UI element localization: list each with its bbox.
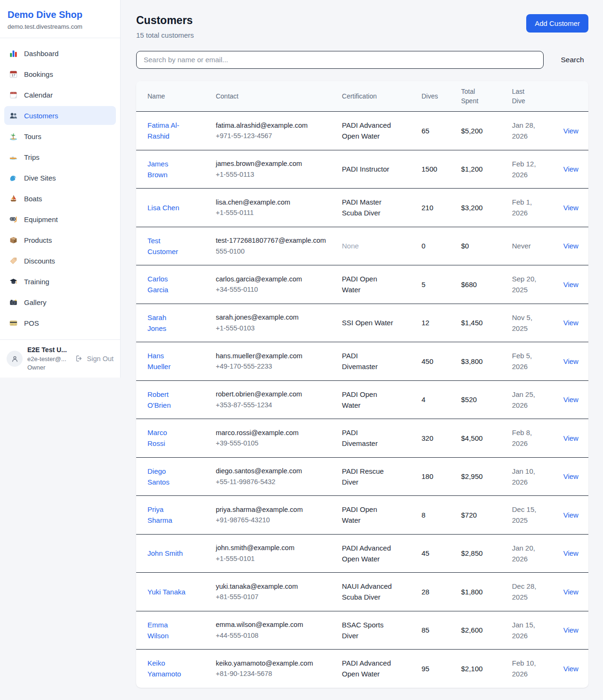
wave-icon <box>9 173 18 182</box>
view-link[interactable]: View <box>563 434 579 442</box>
certification-text: PADI Advanced Open Water <box>342 543 395 565</box>
certification-text: PADI Instructor <box>342 164 390 174</box>
view-link[interactable]: View <box>563 357 579 365</box>
last-dive-date: Nov 5, 2025 <box>512 312 547 334</box>
sidebar-item-tours[interactable]: Tours <box>4 127 116 146</box>
sidebar-item-equipment[interactable]: Equipment <box>4 210 116 229</box>
speedboat-icon <box>9 153 18 162</box>
view-link[interactable]: View <box>563 511 579 519</box>
customer-phone: +353-87-555-1234 <box>216 400 336 410</box>
view-link[interactable]: View <box>563 549 579 557</box>
certification-text: BSAC Sports Diver <box>342 619 395 642</box>
sidebar-item-calendar[interactable]: Calendar <box>4 85 116 104</box>
customer-name-link[interactable]: Hans Mueller <box>147 350 186 372</box>
customer-name-link[interactable]: Priya Sharma <box>147 504 186 526</box>
customer-phone: +81-555-0107 <box>216 592 336 602</box>
customer-email: james.brown@example.com <box>216 158 336 169</box>
last-dive-date: Feb 12, 2026 <box>512 158 547 181</box>
customer-name-link[interactable]: Lisa Chen <box>147 202 179 213</box>
grad-cap-icon <box>9 277 18 286</box>
table-row: Keiko Yamamoto keiko.yamamoto@example.co… <box>136 650 588 688</box>
dives-count: 65 <box>422 112 461 150</box>
table-row: Diego Santos diego.santos@example.com +5… <box>136 457 588 496</box>
last-dive-date: Jan 20, 2026 <box>512 543 547 565</box>
view-link[interactable]: View <box>563 280 579 288</box>
customer-name-link[interactable]: Robert O'Brien <box>147 389 186 411</box>
dives-count: 45 <box>422 534 461 573</box>
last-dive-date: Feb 10, 2026 <box>512 658 547 680</box>
customer-name-link[interactable]: Emma Wilson <box>147 619 186 642</box>
dives-count: 180 <box>422 457 461 496</box>
sidebar-item-dive-sites[interactable]: Dive Sites <box>4 168 116 187</box>
customer-phone: +34-555-0110 <box>216 284 336 295</box>
customer-name-link[interactable]: Yuki Tanaka <box>147 586 186 597</box>
view-link[interactable]: View <box>563 588 579 596</box>
dives-count: 28 <box>422 573 461 611</box>
dive-mask-icon <box>9 215 18 224</box>
sidebar-item-pos[interactable]: POS <box>4 313 116 332</box>
last-dive-date: Feb 8, 2026 <box>512 427 547 449</box>
certification-text: PADI Open Water <box>342 273 395 296</box>
dives-count: 12 <box>422 304 461 342</box>
user-email: e2e-tester@... <box>27 355 70 363</box>
customer-name-link[interactable]: Carlos Garcia <box>147 273 186 296</box>
customer-name-link[interactable]: Fatima Al-Rashid <box>147 120 186 142</box>
sidebar-item-customers[interactable]: Customers <box>4 106 116 125</box>
sidebar-item-boats[interactable]: Boats <box>4 189 116 208</box>
sidebar-item-gallery[interactable]: Gallery <box>4 293 116 312</box>
calendar-date-icon: 17 <box>9 70 18 79</box>
customer-name-link[interactable]: John Smith <box>147 548 183 559</box>
dives-count: 320 <box>422 419 461 458</box>
customers-table-card: Name Contact Certification Dives Total S… <box>136 81 588 688</box>
last-dive-date: Sep 20, 2025 <box>512 273 547 296</box>
view-link[interactable]: View <box>563 127 579 135</box>
customer-name-link[interactable]: Keiko Yamamoto <box>147 658 186 680</box>
last-dive-date: Feb 1, 2026 <box>512 197 547 219</box>
dives-count: 4 <box>422 380 461 419</box>
customer-phone: +39-555-0105 <box>216 438 336 448</box>
sailboat-icon <box>9 194 18 203</box>
customer-name-link[interactable]: Diego Santos <box>147 466 186 488</box>
column-header-last-dive: Last Dive <box>512 81 563 112</box>
customer-name-link[interactable]: Sarah Jones <box>147 312 186 334</box>
customer-email: test-1772681807767@example.com <box>216 235 336 246</box>
sidebar-item-training[interactable]: Training <box>4 272 116 291</box>
brand-title: Demo Dive Shop <box>8 9 113 20</box>
customer-name-link[interactable]: Test Customer <box>147 235 186 257</box>
sidebar-item-products[interactable]: Products <box>4 231 116 249</box>
sidebar-item-dashboard[interactable]: Dashboard <box>4 44 116 63</box>
view-link[interactable]: View <box>563 165 579 173</box>
certification-text: PADI Advanced Open Water <box>342 120 395 142</box>
people-icon <box>9 111 18 120</box>
table-row: Hans Mueller hans.mueller@example.com +4… <box>136 342 588 381</box>
sign-out-icon <box>75 354 84 363</box>
sidebar-item-trips[interactable]: Trips <box>4 148 116 166</box>
column-header-contact: Contact <box>216 81 342 112</box>
sign-out-button[interactable]: Sign Out <box>75 354 114 363</box>
customer-email: marco.rossi@example.com <box>216 428 336 438</box>
view-link[interactable]: View <box>563 395 579 404</box>
sidebar-item-discounts[interactable]: Discounts <box>4 251 116 270</box>
table-row: Carlos Garcia carlos.garcia@example.com … <box>136 265 588 304</box>
view-link[interactable]: View <box>563 472 579 480</box>
view-link[interactable]: View <box>563 204 579 212</box>
total-spent: $2,600 <box>461 611 512 650</box>
add-customer-button[interactable]: Add Customer <box>526 14 588 33</box>
total-spent: $680 <box>461 265 512 304</box>
table-row: Fatima Al-Rashid fatima.alrashid@example… <box>136 112 588 150</box>
customer-phone: 555-0100 <box>216 246 336 256</box>
customer-name-link[interactable]: James Brown <box>147 158 186 181</box>
sidebar-item-bookings[interactable]: 17 Bookings <box>4 65 116 83</box>
customer-name-link[interactable]: Marco Rossi <box>147 427 186 449</box>
view-link[interactable]: View <box>563 626 579 634</box>
total-spent: $3,800 <box>461 342 512 381</box>
user-name: E2E Test U... <box>27 346 70 354</box>
dives-count: 0 <box>422 227 461 265</box>
search-button[interactable]: Search <box>556 56 588 64</box>
view-link[interactable]: View <box>563 242 579 250</box>
table-header-row: Name Contact Certification Dives Total S… <box>136 81 588 112</box>
view-link[interactable]: View <box>563 319 579 327</box>
search-input[interactable] <box>136 51 544 69</box>
table-row: John Smith john.smith@example.com +1-555… <box>136 534 588 573</box>
view-link[interactable]: View <box>563 665 579 673</box>
